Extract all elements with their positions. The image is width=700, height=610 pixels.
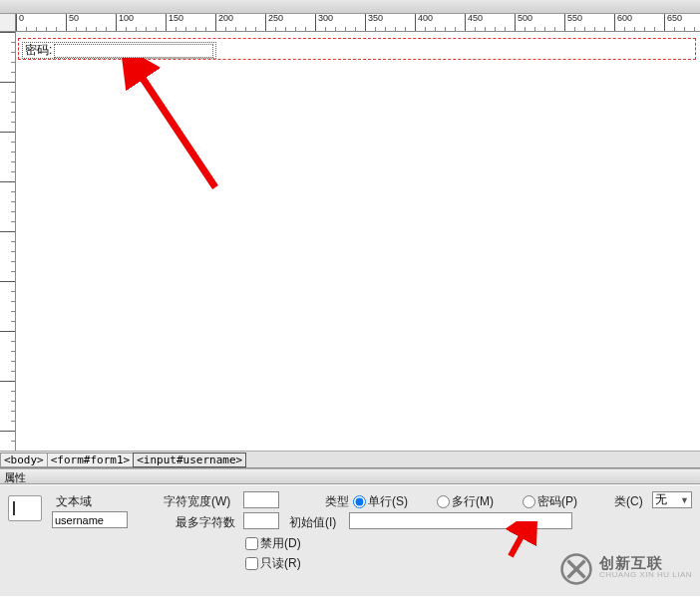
ruler-corner bbox=[0, 14, 16, 32]
radio-password[interactable] bbox=[523, 495, 535, 508]
initval-input[interactable] bbox=[349, 512, 572, 529]
type-label: 类型 bbox=[325, 493, 349, 510]
charwidth-label: 字符宽度(W) bbox=[164, 493, 230, 510]
tag-selector[interactable]: <body> <form#form1> <input#username> bbox=[0, 451, 700, 468]
type-password[interactable]: 密码(P) bbox=[523, 493, 577, 510]
textfield-icon bbox=[8, 495, 42, 521]
initval-label: 初始值(I) bbox=[289, 514, 336, 531]
class-label: 类(C) bbox=[614, 493, 643, 510]
form-outline[interactable]: 密码: bbox=[18, 38, 696, 60]
class-select[interactable]: 无▼ bbox=[652, 491, 692, 508]
tag-form[interactable]: <form#form1> bbox=[47, 453, 134, 467]
disable-option[interactable]: 禁用(D) bbox=[245, 535, 301, 552]
chevron-down-icon: ▼ bbox=[680, 495, 689, 505]
charwidth-input[interactable] bbox=[243, 491, 279, 508]
horizontal-ruler: 050100150200250300350400450500550600650 bbox=[0, 14, 700, 32]
checkbox-readonly[interactable] bbox=[245, 557, 258, 570]
radio-singleline[interactable] bbox=[353, 495, 366, 508]
maxchars-label: 最多字符数 bbox=[175, 514, 235, 531]
properties-panel: 文本域 字符宽度(W) 最多字符数 类型 单行(S) 多行(M) 密码(P) 类… bbox=[0, 484, 700, 596]
readonly-option[interactable]: 只读(R) bbox=[245, 555, 301, 572]
radio-multiline[interactable] bbox=[437, 495, 450, 508]
checkbox-disable[interactable] bbox=[245, 537, 258, 550]
tag-input[interactable]: <input#username> bbox=[133, 453, 246, 467]
field-name-input[interactable] bbox=[52, 511, 128, 528]
watermark-cn: 创新互联 bbox=[599, 557, 692, 569]
properties-panel-title: 属性 bbox=[0, 468, 700, 484]
password-field-container[interactable]: 密码: bbox=[22, 42, 216, 59]
type-singleline[interactable]: 单行(S) bbox=[353, 493, 408, 510]
section-label: 文本域 bbox=[56, 493, 92, 510]
password-input[interactable] bbox=[54, 44, 213, 58]
design-canvas[interactable]: 密码: bbox=[16, 32, 700, 451]
watermark-logo-icon bbox=[559, 552, 593, 586]
svg-line-1 bbox=[511, 527, 526, 556]
annotation-arrow-top bbox=[116, 58, 235, 197]
watermark-en: CHUANG XIN HU LIAN bbox=[599, 569, 692, 581]
password-label: 密码: bbox=[25, 42, 52, 59]
type-multiline[interactable]: 多行(M) bbox=[437, 493, 494, 510]
app-topbar bbox=[0, 0, 700, 14]
maxchars-input[interactable] bbox=[243, 512, 279, 529]
watermark: 创新互联 CHUANG XIN HU LIAN bbox=[559, 552, 692, 586]
vertical-ruler bbox=[0, 32, 16, 451]
tag-body[interactable]: <body> bbox=[0, 453, 48, 467]
svg-line-0 bbox=[136, 68, 215, 187]
